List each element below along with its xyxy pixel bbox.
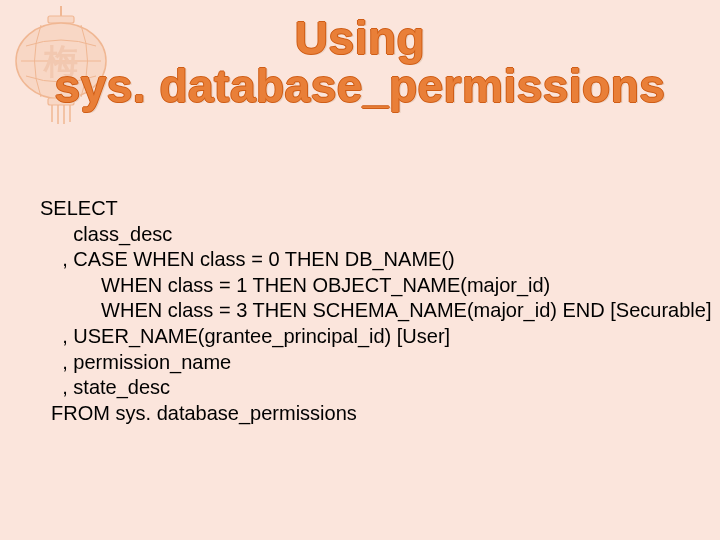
code-line: WHEN class = 1 THEN OBJECT_NAME(major_id… — [40, 274, 550, 296]
title-line-2: sys. database_permissions — [55, 60, 666, 112]
code-line: FROM sys. database_permissions — [40, 402, 357, 424]
code-line: , USER_NAME(grantee_principal_id) [User] — [40, 325, 450, 347]
code-line: , permission_name — [40, 351, 231, 373]
code-line: class_desc — [40, 223, 172, 245]
code-line: WHEN class = 3 THEN SCHEMA_NAME(major_id… — [40, 299, 711, 321]
code-line: , state_desc — [40, 376, 170, 398]
slide-title: Using sys. database_permissions — [0, 14, 720, 111]
sql-code-block: SELECT class_desc , CASE WHEN class = 0 … — [40, 196, 711, 426]
title-line-1: Using — [295, 12, 425, 64]
code-line: SELECT — [40, 197, 118, 219]
code-line: , CASE WHEN class = 0 THEN DB_NAME() — [40, 248, 455, 270]
